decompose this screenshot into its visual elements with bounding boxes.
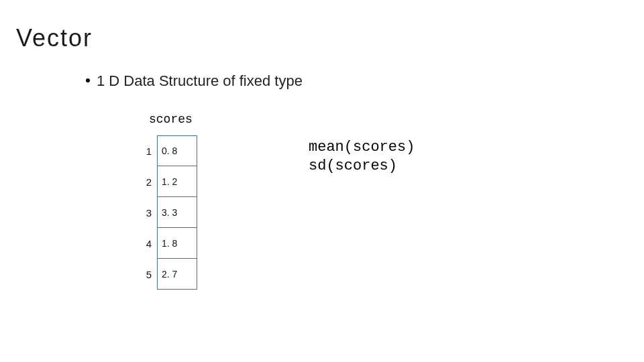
vector-row: 5 2. 7 [136,259,197,290]
slide: Vector 1 D Data Structure of fixed type … [0,0,644,362]
bullet-text: 1 D Data Structure of fixed type [97,72,303,89]
vector-row: 3 3. 3 [136,197,197,228]
bullet-line: 1 D Data Structure of fixed type [86,72,303,90]
bullet-icon [86,78,90,82]
vector-index: 5 [136,259,157,290]
code-block: mean(scores) sd(scores) [309,138,415,175]
vector-row: 1 0. 8 [136,135,197,166]
code-line: sd(scores) [309,158,397,174]
vector-row: 4 1. 8 [136,228,197,259]
vector-name-label: scores [149,113,193,126]
vector-cell: 0. 8 [157,135,197,166]
vector-cell: 1. 8 [157,228,197,259]
vector-index: 2 [136,166,157,197]
vector-table: 1 0. 8 2 1. 2 3 3. 3 4 1. 8 5 2. 7 [136,135,197,290]
vector-row: 2 1. 2 [136,166,197,197]
vector-index: 1 [136,135,157,166]
vector-cell: 3. 3 [157,197,197,228]
slide-title: Vector [16,24,93,52]
vector-index: 4 [136,228,157,259]
code-line: mean(scores) [309,139,415,156]
vector-cell: 1. 2 [157,166,197,197]
vector-index: 3 [136,197,157,228]
vector-cell: 2. 7 [157,259,197,290]
